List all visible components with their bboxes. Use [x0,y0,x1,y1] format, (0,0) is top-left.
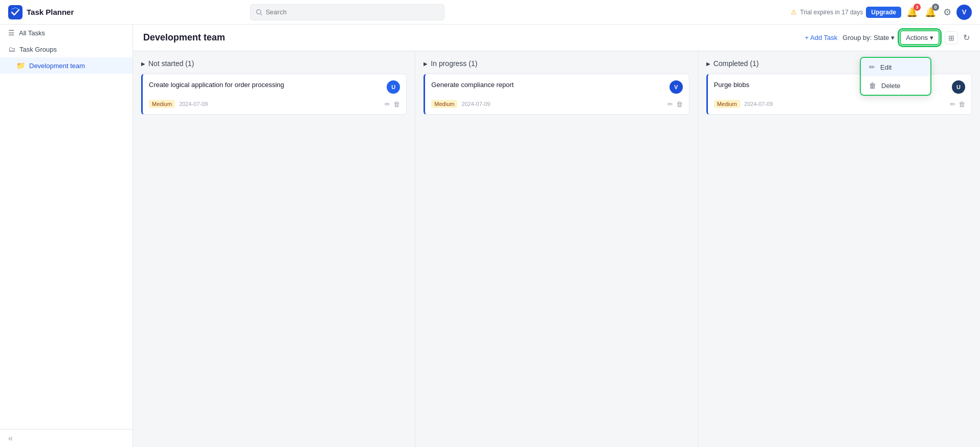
col-header-not-started: ▶Not started (1) [141,59,407,68]
kanban-board: ▶Not started (1) Create logical applicat… [133,51,980,447]
col-title: In progress (1) [431,59,477,68]
group-by-selector[interactable]: Group by: State ▾ [842,34,895,41]
add-task-button[interactable]: + Add Task [805,34,838,41]
task-title: Generate compliance report [431,80,665,90]
col-header-completed: ▶Completed (1) [706,59,972,68]
task-delete-button[interactable]: 🗑 [393,100,400,108]
chevron-down-icon: ▾ [891,34,895,41]
sidebar-item-all-tasks[interactable]: ☰ All Tasks [0,25,132,41]
col-arrow-icon: ▶ [424,61,428,67]
priority-badge: Medium [149,100,175,108]
kanban-col-not-started: ▶Not started (1) Create logical applicat… [133,51,415,447]
kanban-col-completed: ▶Completed (1) Purge blobs U Medium 2024… [698,51,980,447]
gear-icon: ⚙ [943,7,951,18]
task-actions: ✏ 🗑 [950,100,965,108]
sidebar-bottom: « [0,429,132,447]
trash-icon: 🗑 [869,81,876,90]
avatar: U [952,80,965,94]
content-header: Development team + Add Task Group by: St… [133,25,980,51]
actions-label: Actions [906,34,928,41]
task-card-footer: Medium 2024-07-09 ✏ 🗑 [714,100,965,108]
col-arrow-icon: ▶ [706,61,710,67]
task-card: Purge blobs U Medium 2024-07-09 ✏ 🗑 [706,74,972,115]
task-edit-button[interactable]: ✏ [385,100,390,108]
dropdown-item-edit[interactable]: ✏ Edit [861,58,930,76]
nav-right: ⚠ Trial expires in 17 days Upgrade 🔔 3 🔔… [791,5,972,20]
app-logo[interactable]: Task Planner [8,5,74,19]
actions-container: Actions ▾ ✏ Edit 🗑 Delete [900,30,940,45]
trial-notice: ⚠ Trial expires in 17 days [791,8,863,16]
task-edit-button[interactable]: ✏ [950,100,955,108]
col-title: Not started (1) [148,59,194,68]
app-title: Task Planner [27,8,74,16]
dev-team-label: Development team [29,62,85,70]
all-tasks-label: All Tasks [19,29,45,37]
notification-badge: 3 [914,4,921,11]
col-title: Completed (1) [714,59,759,68]
task-card: Generate compliance report V Medium 2024… [424,74,689,115]
task-card-footer: Medium 2024-07-09 ✏ 🗑 [149,100,400,108]
search-input[interactable] [265,8,439,16]
alert-badge: 0 [932,4,939,11]
user-avatar-button[interactable]: V [956,5,972,20]
task-card-footer: Medium 2024-07-09 ✏ 🗑 [431,100,682,108]
task-date: 2024-07-09 [179,101,208,107]
settings-button[interactable]: ⚙ [941,5,953,20]
delete-label: Delete [881,82,901,90]
col-arrow-icon: ▶ [141,61,145,67]
task-card-header: Generate compliance report V [431,80,682,94]
avatar: V [670,80,683,94]
task-actions: ✏ 🗑 [667,100,683,108]
sidebar: ☰ All Tasks 🗂 Task Groups 📁 Development … [0,25,133,447]
task-groups-label: Task Groups [19,46,57,53]
task-card-header: Create logical application for order pro… [149,80,400,94]
content-area: Development team + Add Task Group by: St… [133,25,980,447]
actions-dropdown: ✏ Edit 🗑 Delete [860,57,931,96]
kanban-col-in-progress: ▶In progress (1) Generate compliance rep… [415,51,698,447]
edit-label: Edit [880,63,892,71]
refresh-button[interactable]: ↻ [963,33,970,42]
task-card: Create logical application for order pro… [141,74,407,115]
col-header-in-progress: ▶In progress (1) [424,59,689,68]
search-bar [250,4,444,20]
grid-view-button[interactable]: ⊞ [945,31,958,45]
folder-icon: 🗂 [8,45,15,53]
task-edit-button[interactable]: ✏ [667,100,673,108]
task-delete-button[interactable]: 🗑 [959,100,965,108]
edit-icon: ✏ [869,63,875,71]
task-date: 2024-07-09 [461,101,490,107]
trial-text: Trial expires in 17 days [800,9,863,16]
topnav: Task Planner ⚠ Trial expires in 17 days … [0,0,980,25]
warning-icon: ⚠ [791,8,797,16]
upgrade-button[interactable]: Upgrade [866,7,901,18]
main-layout: ☰ All Tasks 🗂 Task Groups 📁 Development … [0,25,980,447]
notifications-button[interactable]: 🔔 3 [904,5,920,20]
header-actions: + Add Task Group by: State ▾ Actions ▾ ✏… [805,30,970,45]
task-actions: ✏ 🗑 [385,100,400,108]
task-delete-button[interactable]: 🗑 [676,100,683,108]
priority-badge: Medium [714,100,740,108]
list-icon: ☰ [8,29,15,37]
task-title: Create logical application for order pro… [149,80,383,90]
priority-badge: Medium [431,100,457,108]
dropdown-item-delete[interactable]: 🗑 Delete [861,76,930,95]
collapse-sidebar-button[interactable]: « [8,434,13,443]
page-title: Development team [143,32,225,43]
actions-button[interactable]: Actions ▾ [900,30,940,45]
logo-icon [8,5,23,19]
search-icon [256,9,262,16]
actions-chevron-icon: ▾ [930,34,933,41]
group-by-label: Group by: State [842,34,889,41]
task-date: 2024-07-09 [744,101,773,107]
avatar: U [387,80,400,94]
folder-open-icon: 📁 [16,61,25,70]
alerts-button[interactable]: 🔔 0 [923,5,938,20]
sidebar-item-development-team[interactable]: 📁 Development team [0,57,132,74]
svg-line-2 [260,13,262,15]
sidebar-item-task-groups[interactable]: 🗂 Task Groups [0,41,132,57]
